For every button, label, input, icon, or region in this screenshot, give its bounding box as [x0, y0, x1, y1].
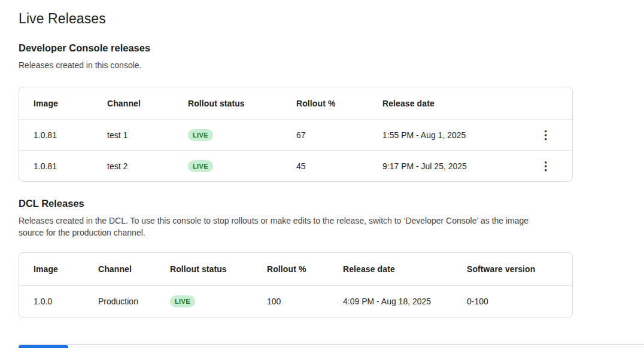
rollout-status-cell: LIVE — [188, 129, 213, 141]
row-menu-button[interactable]: ⋮ — [537, 158, 554, 175]
rollout-status-cell: LIVE — [188, 160, 213, 172]
column-header-release-date: Release date — [382, 99, 529, 108]
row-menu-button[interactable]: ⋮ — [537, 127, 554, 144]
column-header-software-version: Software version — [467, 264, 563, 274]
table-row: 1.0.81 test 1 LIVE 67 1:55 PM - Aug 1, 2… — [19, 119, 572, 150]
column-header-image: Image — [34, 264, 98, 274]
image-cell: 1.0.81 — [34, 161, 107, 171]
kebab-menu-icon: ⋮ — [540, 160, 552, 172]
software-version-cell: 0-100 — [467, 297, 563, 306]
page-title: Live Releases — [19, 10, 644, 28]
table-row: 1.0.81 test 2 LIVE 45 9:17 PM - Jul 25, … — [19, 150, 572, 181]
rollout-pct-cell: 45 — [296, 161, 382, 171]
dcl-releases-table: Image Channel Rollout status Rollout % R… — [19, 252, 573, 318]
developer-console-description: Releases created in this console. — [19, 59, 644, 71]
rollout-status-cell: LIVE — [170, 295, 195, 307]
section-dcl-releases: DCL Releases Releases created in the DCL… — [19, 197, 644, 318]
channel-cell: Production — [98, 297, 170, 306]
live-status-badge: LIVE — [188, 129, 213, 141]
table-header-row: Image Channel Rollout status Rollout % R… — [19, 253, 572, 285]
developer-console-heading: Developer Console releases — [19, 42, 644, 54]
channel-cell: test 2 — [107, 161, 188, 171]
column-header-rollout-status: Rollout status — [188, 99, 296, 108]
rollout-pct-cell: 67 — [296, 130, 382, 140]
live-releases-page: Live Releases Developer Console releases… — [0, 10, 644, 318]
column-header-rollout-status: Rollout status — [170, 264, 267, 274]
release-date-cell: 9:17 PM - Jul 25, 2025 — [382, 161, 529, 171]
column-header-release-date: Release date — [343, 264, 467, 274]
table-row: 1.0.0 Production LIVE 100 4:09 PM - Aug … — [19, 285, 572, 317]
column-header-image: Image — [34, 99, 107, 108]
column-header-rollout-pct: Rollout % — [267, 264, 343, 274]
channel-cell: test 1 — [107, 130, 188, 140]
live-status-badge: LIVE — [170, 295, 195, 307]
image-cell: 1.0.81 — [34, 130, 107, 140]
column-header-channel: Channel — [98, 264, 170, 274]
dcl-releases-description: Releases created in the DCL. To use this… — [19, 215, 548, 239]
column-header-rollout-pct: Rollout % — [296, 99, 382, 108]
column-header-channel: Channel — [107, 99, 188, 108]
clipped-primary-button[interactable] — [19, 345, 68, 348]
rollout-pct-cell: 100 — [267, 297, 343, 306]
kebab-menu-icon: ⋮ — [540, 129, 552, 141]
developer-console-releases-table: Image Channel Rollout status Rollout % R… — [19, 87, 573, 182]
release-date-cell: 1:55 PM - Aug 1, 2025 — [382, 130, 529, 140]
table-header-row: Image Channel Rollout status Rollout % R… — [19, 87, 572, 119]
image-cell: 1.0.0 — [34, 297, 98, 306]
section-developer-console: Developer Console releases Releases crea… — [19, 42, 644, 182]
release-date-cell: 4:09 PM - Aug 18, 2025 — [343, 297, 467, 306]
dcl-releases-heading: DCL Releases — [19, 197, 644, 210]
live-status-badge: LIVE — [188, 160, 213, 172]
bottom-divider — [19, 344, 644, 345]
